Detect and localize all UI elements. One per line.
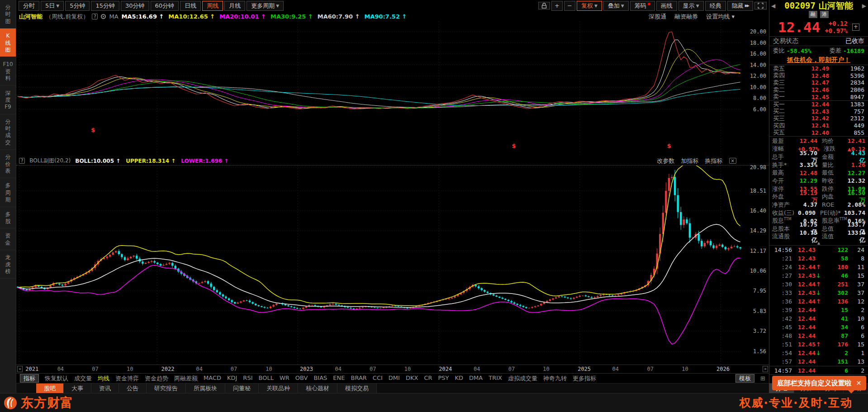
tick-row[interactable]: :5112.45↑17615: [769, 340, 868, 349]
tick-list[interactable]: 14:5612.4312224:2112.43588:2412.44↑18011…: [769, 245, 868, 383]
boll-bar-link[interactable]: 换指标: [705, 157, 723, 165]
chart-tool-button[interactable]: 画线: [656, 1, 677, 11]
boll-bar-link[interactable]: 改参数: [657, 157, 675, 165]
sidebar-item[interactable]: 多股: [0, 207, 16, 229]
tick-row[interactable]: :3012.44↑25137: [769, 280, 868, 289]
orderbook-row[interactable]: 买四12.41449: [769, 122, 868, 129]
bottom-tab[interactable]: 股吧: [36, 384, 64, 393]
indicator-item[interactable]: BIAS: [313, 374, 327, 383]
ma-bar-link[interactable]: 融资融券: [674, 13, 698, 21]
period-tab[interactable]: 周线: [202, 1, 223, 11]
indicator-item[interactable]: RSI: [243, 374, 252, 383]
lock-icon[interactable]: [538, 2, 550, 9]
period-tab[interactable]: 5日▼: [41, 1, 64, 11]
period-tab[interactable]: 更多周期▼: [247, 1, 284, 11]
indicator-item[interactable]: BOLL: [258, 374, 273, 383]
indicator-item[interactable]: KDJ: [227, 374, 237, 383]
add-to-watchlist-button[interactable]: +: [852, 24, 859, 31]
boll-lower-chart[interactable]: [16, 166, 742, 365]
period-tab[interactable]: 分时: [19, 1, 39, 11]
ma-bar-link[interactable]: 设置均线 ▾: [706, 13, 735, 21]
indicator-item[interactable]: 更多指标: [573, 374, 596, 383]
indicator-item[interactable]: DMI: [389, 374, 400, 383]
bottom-tab[interactable]: 研究报告: [147, 384, 186, 393]
kline-upper-chart[interactable]: $$$: [16, 21, 742, 156]
chart-tool-button[interactable]: +: [551, 1, 563, 11]
tick-row[interactable]: :4812.44876: [769, 331, 868, 340]
chart-tool-button[interactable]: 叠加▼: [603, 1, 629, 11]
indicator-item[interactable]: ENE: [333, 374, 345, 383]
indicator-item[interactable]: OBV: [295, 374, 308, 383]
next-stock-arrow[interactable]: ▶: [862, 3, 866, 9]
scroll-left-icon[interactable]: «: [17, 366, 23, 372]
orderbook-row[interactable]: 买二12.43757: [769, 108, 868, 115]
period-tab[interactable]: 月线: [224, 1, 245, 11]
tick-row[interactable]: :3312.43↓30237: [769, 289, 868, 297]
tooltip-close-icon[interactable]: ✕: [856, 379, 862, 387]
boll-bar-link[interactable]: 加指标: [681, 157, 699, 165]
orderbook-row[interactable]: 卖二12.462806: [769, 86, 868, 94]
period-tab[interactable]: 60分钟: [151, 1, 179, 11]
help-icon[interactable]: ?: [92, 14, 98, 19]
tick-row[interactable]: :3912.44152: [769, 306, 868, 314]
indicator-item[interactable]: 资金博弈: [115, 374, 139, 383]
tick-row[interactable]: :4512.44346: [769, 323, 868, 331]
tick-row[interactable]: :4212.444110: [769, 314, 868, 323]
bottom-tab[interactable]: 所属板块: [186, 384, 225, 393]
help-icon[interactable]: ?: [19, 158, 25, 164]
indicator-item[interactable]: TRIX: [489, 374, 502, 383]
panel-add-icon[interactable]: ⊞: [760, 375, 765, 382]
indicator-item[interactable]: DKX: [406, 374, 418, 383]
sidebar-item[interactable]: F10资料: [0, 57, 16, 85]
indicator-item[interactable]: 成交量: [74, 374, 92, 383]
chart-tool-button[interactable]: 复权▼: [577, 1, 602, 11]
tick-row[interactable]: 14:5612.4312224: [769, 246, 868, 254]
tick-row[interactable]: :5712.4415113: [769, 357, 868, 366]
tick-row[interactable]: 14:5712.4462: [769, 366, 868, 374]
bottom-tab[interactable]: 资讯: [91, 384, 119, 393]
bottom-tab[interactable]: 模拟交易: [337, 384, 377, 393]
indicator-item[interactable]: MACD: [204, 374, 221, 383]
ma-bar-link[interactable]: 深股通: [649, 13, 666, 21]
fullscreen-icon[interactable]: [754, 2, 767, 9]
close-icon[interactable]: ×: [729, 158, 736, 164]
bottom-tab[interactable]: 公告: [119, 384, 147, 393]
orderbook-row[interactable]: 买五12.40855: [769, 129, 868, 136]
sidebar-item[interactable]: 分价表: [0, 150, 16, 178]
bottom-tab[interactable]: 关联品种: [259, 384, 298, 393]
sidebar-item[interactable]: 资金: [0, 228, 16, 250]
chart-tool-button[interactable]: 隐藏▶▶: [727, 1, 753, 11]
sidebar-item[interactable]: K线图: [0, 28, 16, 57]
orderbook-row[interactable]: 卖五12.491962: [769, 65, 868, 72]
indicator-item[interactable]: 神奇九转: [543, 374, 567, 383]
tick-row[interactable]: :3612.44↑13612: [769, 297, 868, 306]
open-account-link[interactable]: 抓住机会，即刻开户！: [769, 55, 868, 65]
tick-row[interactable]: :2412.44↑18011: [769, 263, 868, 271]
chart-tool-button[interactable]: 经典: [705, 1, 726, 11]
prev-stock-arrow[interactable]: ◀: [771, 3, 775, 9]
bottom-tab[interactable]: 大事: [64, 384, 91, 393]
bottom-tab[interactable]: 问董秘: [225, 384, 259, 393]
indicator-menu-button[interactable]: 指标: [20, 374, 39, 383]
sidebar-item[interactable]: 分时成交: [0, 114, 16, 150]
period-tab[interactable]: 5分钟: [65, 1, 90, 11]
chart-tool-button[interactable]: 筹码: [630, 1, 655, 11]
indicator-item[interactable]: BRAR: [351, 374, 367, 383]
indicator-item[interactable]: 资金趋势: [145, 374, 168, 383]
orderbook-row[interactable]: 买三12.422312: [769, 115, 868, 122]
sidebar-item[interactable]: 深度F9: [0, 86, 16, 114]
period-tab[interactable]: 15分钟: [91, 1, 119, 11]
sidebar-item[interactable]: 多周期: [0, 178, 16, 207]
chart-tool-button[interactable]: 显示▼: [678, 1, 704, 11]
indicator-item[interactable]: 两融差额: [174, 374, 198, 383]
tick-row[interactable]: :2112.43588: [769, 254, 868, 263]
chart-tool-button[interactable]: −: [564, 1, 575, 11]
indicator-item[interactable]: KD: [455, 374, 464, 383]
period-tab[interactable]: 30分钟: [121, 1, 149, 11]
indicator-item[interactable]: PSY: [438, 374, 449, 383]
collapse-stats-button[interactable]: ▲: [769, 241, 868, 245]
indicator-item[interactable]: 虚拟成交量: [508, 374, 537, 383]
sidebar-item[interactable]: 分时图: [0, 0, 16, 28]
tick-row[interactable]: :2712.43↓4615: [769, 271, 868, 280]
indicator-item[interactable]: WR: [280, 374, 289, 383]
